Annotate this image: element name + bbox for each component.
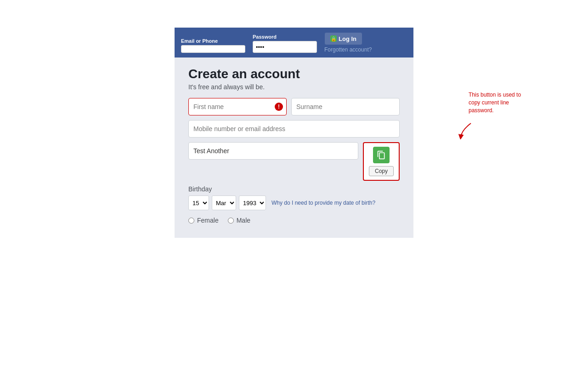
surname-input[interactable] xyxy=(291,98,400,115)
nav-password-input[interactable] xyxy=(253,41,317,53)
nav-right: 🔒 Log In Forgotten account? xyxy=(324,32,372,53)
first-name-input[interactable] xyxy=(188,98,287,115)
mobile-email-input[interactable] xyxy=(188,120,400,138)
birthday-label: Birthday xyxy=(188,185,400,193)
email-label: Email or Phone xyxy=(181,38,245,44)
email-field-group: Email or Phone xyxy=(181,38,245,53)
copy-icon-button[interactable] xyxy=(373,147,390,163)
gender-male-radio[interactable] xyxy=(228,218,234,224)
birthday-month-select[interactable]: Mar xyxy=(212,196,236,210)
nav-bar: Email or Phone Password 🔒 Log In Forgott… xyxy=(175,28,413,58)
lock-icon: 🔒 xyxy=(330,35,337,42)
subtitle: It's free and always will be. xyxy=(188,83,400,91)
gender-female-option[interactable]: Female xyxy=(188,217,219,224)
name-row: ! This button is used to copy current li… xyxy=(188,98,400,115)
gender-row: Female Male xyxy=(188,217,400,224)
forgotten-account-link[interactable]: Forgotten account? xyxy=(324,46,372,53)
copy-button[interactable]: Copy xyxy=(369,166,394,176)
first-name-wrapper: ! xyxy=(188,98,287,115)
password-field-group: Password xyxy=(253,34,317,53)
copy-popup: Copy xyxy=(363,142,400,181)
error-icon: ! xyxy=(275,103,283,111)
gender-male-option[interactable]: Male xyxy=(228,217,250,224)
birthday-why-link[interactable]: Why do I need to provide my date of birt… xyxy=(271,200,375,206)
email-input[interactable] xyxy=(181,45,245,53)
page-title: Create an account xyxy=(188,67,400,81)
login-button[interactable]: 🔒 Log In xyxy=(324,32,362,45)
annotation-arrow xyxy=(457,121,475,139)
copy-svg-icon xyxy=(377,150,386,160)
main-content: Create an account It's free and always w… xyxy=(175,58,413,238)
birthday-row: 15 Mar 1993 Why do I need to provide my … xyxy=(188,196,400,210)
gender-female-radio[interactable] xyxy=(188,218,194,224)
birthday-day-select[interactable]: 15 xyxy=(188,196,209,210)
password-input[interactable] xyxy=(188,142,358,160)
password-row: Copy xyxy=(188,142,400,181)
birthday-year-select[interactable]: 1993 xyxy=(239,196,266,210)
annotation-text: This button is used to copy current line… xyxy=(469,91,524,114)
birthday-section: Birthday 15 Mar 1993 Why do I need to pr… xyxy=(188,185,400,210)
password-label: Password xyxy=(253,34,317,40)
